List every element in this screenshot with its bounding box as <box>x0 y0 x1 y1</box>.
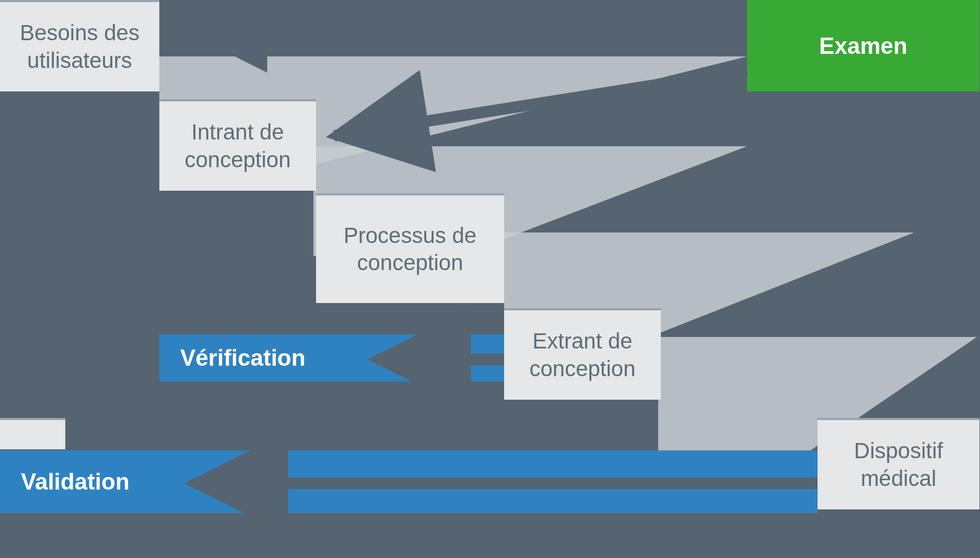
label-design-process: Processus de conception <box>316 222 504 277</box>
box-design-process: Processus de conception <box>316 193 504 303</box>
box-user-needs: Besoins des utilisateurs <box>0 0 159 91</box>
label-design-input: Intrant de conception <box>159 119 316 173</box>
label-review: Examen <box>819 33 907 59</box>
label-medical-device: Dispositif médical <box>818 437 979 492</box>
box-design-input: Intrant de conception <box>159 99 316 191</box>
label-user-needs: Besoins des utilisateurs <box>0 19 159 74</box>
box-review: Examen <box>747 0 979 91</box>
box-validation: Validation <box>0 450 818 513</box>
box-medical-device: Dispositif médical <box>818 418 979 509</box>
box-verification: Vérification <box>159 334 504 381</box>
label-verification: Vérification <box>180 345 306 371</box>
label-validation: Validation <box>21 469 130 495</box>
label-design-output: Extrant de conception <box>504 328 661 382</box>
svg-line-1 <box>334 71 747 136</box>
box-design-output: Extrant de conception <box>504 308 661 400</box>
strip-above-validation <box>0 418 65 449</box>
design-controls-diagram: Besoins des utilisateurs Intrant de conc… <box>0 0 980 558</box>
